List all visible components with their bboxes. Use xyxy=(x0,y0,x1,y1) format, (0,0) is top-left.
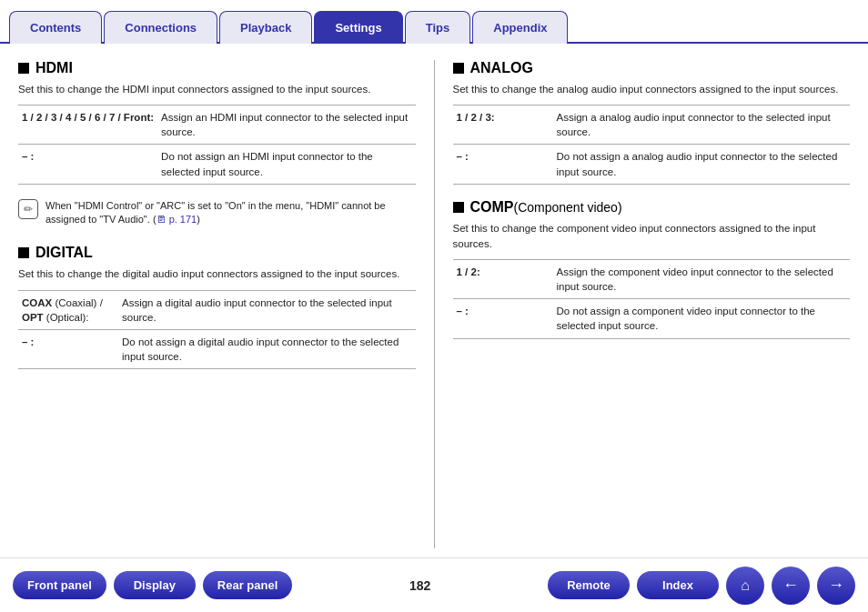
hdmi-desc: Set this to change the HDMI input connec… xyxy=(18,82,416,97)
comp-key-2: – : xyxy=(453,299,553,338)
back-icon: ← xyxy=(782,576,799,595)
home-button[interactable]: ⌂ xyxy=(726,567,764,605)
digital-section-title: DIGITAL xyxy=(18,245,416,261)
hdmi-key-1: 1 / 2 / 3 / 4 / 5 / 6 / 7 / Front: xyxy=(18,105,157,145)
table-row: – : Do not assign a analog audio input c… xyxy=(453,145,851,184)
footer-left-buttons: Front panel Display Rear panel xyxy=(13,571,292,599)
section-marker xyxy=(18,63,29,74)
hdmi-table: 1 / 2 / 3 / 4 / 5 / 6 / 7 / Front: Assig… xyxy=(18,105,416,184)
comp-desc: Set this to change the component video i… xyxy=(453,221,851,253)
digital-value-1: Assign a digital audio input connector t… xyxy=(118,290,416,329)
comp-value-1: Assign the component video input connect… xyxy=(553,260,851,299)
hdmi-value-1: Assign an HDMI input connector to the se… xyxy=(157,105,415,145)
top-navigation: Contents Connections Playback Settings T… xyxy=(0,0,868,44)
home-icon: ⌂ xyxy=(741,577,750,594)
analog-section-title: ANALOG xyxy=(453,60,851,76)
analog-desc: Set this to change the analog audio inpu… xyxy=(453,82,851,97)
tab-tips[interactable]: Tips xyxy=(405,11,471,44)
hdmi-section-title: HDMI xyxy=(18,60,416,76)
hdmi-key-2: – : xyxy=(18,145,157,184)
left-column: HDMI Set this to change the HDMI input c… xyxy=(18,60,435,548)
comp-key-1: 1 / 2: xyxy=(453,260,553,299)
table-row: – : Do not assign an HDMI input connecto… xyxy=(18,145,416,184)
section-marker xyxy=(453,63,464,74)
analog-key-1: 1 / 2 / 3: xyxy=(453,105,553,145)
footer: Front panel Display Rear panel 182 Remot… xyxy=(0,557,868,612)
front-panel-button[interactable]: Front panel xyxy=(13,571,106,599)
table-row: 1 / 2 / 3 / 4 / 5 / 6 / 7 / Front: Assig… xyxy=(18,105,416,145)
table-row: – : Do not assign a digital audio input … xyxy=(18,329,416,368)
tab-playback[interactable]: Playback xyxy=(219,11,312,44)
section-marker xyxy=(18,247,29,258)
table-row: – : Do not assign a component video inpu… xyxy=(453,299,851,338)
analog-key-2: – : xyxy=(453,145,553,184)
display-button[interactable]: Display xyxy=(114,571,196,599)
analog-value-2: Do not assign a analog audio input conne… xyxy=(553,145,851,184)
comp-table: 1 / 2: Assign the component video input … xyxy=(453,259,851,338)
analog-table: 1 / 2 / 3: Assign a analog audio input c… xyxy=(453,105,851,184)
comp-value-2: Do not assign a component video input co… xyxy=(553,299,851,338)
tab-settings[interactable]: Settings xyxy=(314,11,402,44)
analog-value-1: Assign a analog audio input connector to… xyxy=(553,105,851,145)
pencil-icon: ✏ xyxy=(18,199,38,219)
table-row: 1 / 2: Assign the component video input … xyxy=(453,260,851,299)
tab-appendix[interactable]: Appendix xyxy=(472,11,568,44)
tab-connections[interactable]: Connections xyxy=(104,11,217,44)
section-marker xyxy=(453,202,464,213)
digital-key-2: – : xyxy=(18,329,118,368)
digital-desc: Set this to change the digital audio inp… xyxy=(18,266,416,282)
comp-section-title: COMP (Component video) xyxy=(453,199,851,216)
digital-key-1: COAX (Coaxial) / OPT (Optical): xyxy=(18,290,118,329)
index-button[interactable]: Index xyxy=(637,571,719,599)
table-row: 1 / 2 / 3: Assign a analog audio input c… xyxy=(453,105,851,145)
forward-icon: → xyxy=(828,576,844,595)
digital-value-2: Do not assign a digital audio input conn… xyxy=(118,329,416,368)
right-column: ANALOG Set this to change the analog aud… xyxy=(435,60,851,548)
page-number: 182 xyxy=(409,578,430,593)
digital-table: COAX (Coaxial) / OPT (Optical): Assign a… xyxy=(18,290,416,369)
hdmi-note-text: When "HDMI Control" or "ARC" is set to "… xyxy=(45,199,416,227)
remote-button[interactable]: Remote xyxy=(548,571,630,599)
hdmi-note-link[interactable]: 🖹 p. 171 xyxy=(156,214,197,225)
rear-panel-button[interactable]: Rear panel xyxy=(203,571,292,599)
table-row: COAX (Coaxial) / OPT (Optical): Assign a… xyxy=(18,290,416,329)
back-button[interactable]: ← xyxy=(772,567,810,605)
hdmi-note-box: ✏ When "HDMI Control" or "ARC" is set to… xyxy=(18,196,416,231)
main-content: HDMI Set this to change the HDMI input c… xyxy=(0,44,868,557)
hdmi-value-2: Do not assign an HDMI input connector to… xyxy=(157,145,415,184)
forward-button[interactable]: → xyxy=(817,567,855,605)
tab-contents[interactable]: Contents xyxy=(9,11,102,44)
footer-right-buttons: Remote Index ⌂ ← → xyxy=(548,567,855,605)
